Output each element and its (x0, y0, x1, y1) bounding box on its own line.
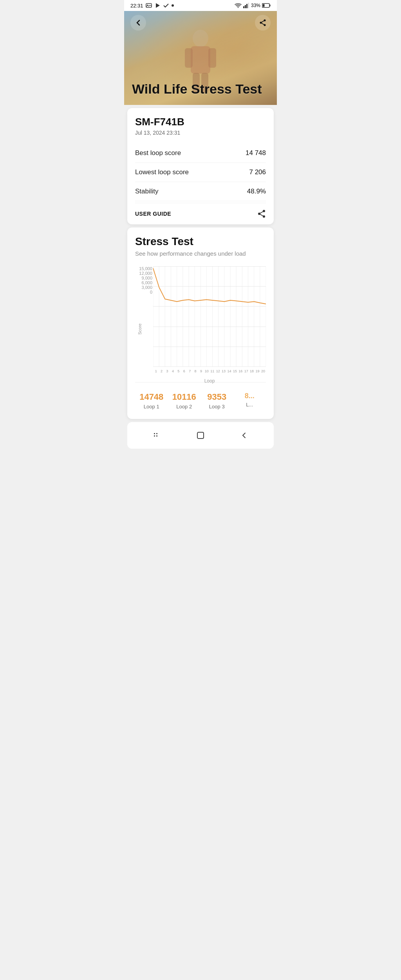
nav-bar (127, 422, 274, 449)
x-label-12: 12 (215, 369, 220, 373)
stress-test-subtitle: See how performance changes under load (135, 250, 266, 257)
svg-rect-8 (270, 5, 271, 7)
y-label-3: 9,000 (141, 276, 152, 280)
x-label-7: 7 (187, 369, 192, 373)
svg-rect-46 (154, 433, 155, 434)
chart-plot-area: 1 2 3 4 5 6 7 8 9 10 11 12 13 14 15 16 1 (153, 266, 266, 376)
x-label-8: 8 (193, 369, 198, 373)
dot-indicator (172, 4, 174, 7)
device-name: SM-F741B (135, 116, 266, 128)
nav-back-button[interactable] (235, 427, 253, 444)
x-label-9: 9 (198, 369, 204, 373)
svg-rect-6 (248, 3, 249, 8)
nav-menu-button[interactable] (148, 427, 166, 444)
battery-icon (262, 3, 271, 8)
x-label-14: 14 (226, 369, 232, 373)
hero-nav (124, 15, 277, 31)
svg-line-25 (259, 214, 264, 217)
y-label-0: 0 (150, 290, 152, 294)
svg-rect-13 (208, 48, 216, 68)
loop-1-label: Loop 1 (144, 404, 159, 410)
loop-3-label: Loop 3 (209, 404, 225, 410)
svg-rect-9 (263, 4, 265, 7)
svg-rect-4 (245, 5, 246, 8)
loop-4-score: 8... (245, 392, 255, 400)
y-label-4: 12,000 (139, 271, 152, 276)
lowest-loop-row: Lowest loop score 7 206 (135, 163, 266, 182)
loop-2-item: 10116 Loop 2 (168, 389, 201, 413)
page-title: Wild Life Stress Test (124, 75, 277, 105)
x-label-18: 18 (249, 369, 255, 373)
stress-test-card: Stress Test See how performance changes … (127, 227, 274, 419)
svg-rect-12 (185, 48, 193, 68)
back-button[interactable] (130, 15, 146, 31)
status-bar: 22:31 (124, 0, 277, 11)
svg-marker-2 (156, 3, 160, 8)
svg-rect-47 (156, 433, 157, 434)
time-display: 22:31 (130, 3, 143, 9)
stress-chart: Score 15,000 12,000 9,000 6,000 3,000 0 (135, 266, 266, 376)
loop-1-score: 14748 (139, 392, 163, 402)
lowest-loop-label: Lowest loop score (135, 168, 189, 176)
x-label-3: 3 (164, 369, 170, 373)
x-label-4: 4 (170, 369, 175, 373)
loop-2-label: Loop 2 (176, 404, 192, 410)
x-axis: 1 2 3 4 5 6 7 8 9 10 11 12 13 14 15 16 1 (153, 366, 266, 376)
best-loop-value: 14 748 (246, 149, 266, 157)
stress-test-title: Stress Test (135, 235, 266, 248)
loop-1-item: 14748 Loop 1 (135, 389, 168, 413)
x-label-20: 20 (260, 369, 266, 373)
check-icon (163, 2, 169, 9)
svg-line-24 (259, 211, 264, 214)
svg-rect-48 (154, 435, 155, 437)
play-icon (154, 2, 161, 9)
stability-value: 48.9% (247, 188, 266, 195)
loop-3-item: 9353 Loop 3 (200, 389, 233, 413)
share-button-hero[interactable] (255, 15, 271, 31)
svg-rect-3 (243, 6, 244, 8)
chart-svg (153, 266, 266, 366)
nav-home-button[interactable] (192, 427, 209, 444)
loop-3-score: 9353 (207, 392, 226, 402)
svg-rect-49 (156, 435, 157, 437)
y-label-2: 6,000 (141, 280, 152, 285)
hero-section: Wild Life Stress Test (124, 11, 277, 105)
x-axis-title: Loop (135, 378, 266, 384)
x-label-16: 16 (238, 369, 243, 373)
x-label-2: 2 (159, 369, 164, 373)
user-guide-label: USER GUIDE (135, 211, 171, 217)
gallery-icon (146, 2, 152, 9)
y-axis: 15,000 12,000 9,000 6,000 3,000 0 (135, 266, 155, 304)
loop-2-score: 10116 (172, 392, 196, 402)
x-label-19: 19 (255, 369, 260, 373)
svg-rect-50 (197, 432, 204, 439)
lowest-loop-value: 7 206 (249, 168, 266, 176)
x-label-13: 13 (221, 369, 226, 373)
y-axis-title: Score (137, 323, 142, 335)
user-guide-row[interactable]: USER GUIDE (135, 203, 266, 218)
stability-row: Stability 48.9% (135, 182, 266, 201)
x-label-5: 5 (176, 369, 181, 373)
battery-text: 33% (251, 3, 260, 8)
device-date: Jul 13, 2024 23:31 (135, 130, 266, 136)
status-right: 33% (235, 3, 271, 8)
loop-4-item: 8... L... (233, 389, 266, 413)
svg-line-19 (261, 20, 265, 23)
loop-scores-row: 14748 Loop 1 10116 Loop 2 9353 Loop 3 8.… (135, 382, 266, 419)
svg-rect-5 (246, 4, 247, 8)
x-label-17: 17 (244, 369, 249, 373)
stability-label: Stability (135, 188, 159, 195)
best-loop-label: Best loop score (135, 149, 181, 157)
share-icon[interactable] (257, 209, 266, 218)
y-label-1: 3,000 (141, 285, 152, 290)
x-label-15: 15 (232, 369, 238, 373)
svg-rect-11 (191, 46, 210, 74)
signal-icon (243, 3, 249, 8)
x-label-11: 11 (210, 369, 215, 373)
svg-point-10 (193, 30, 208, 47)
wifi-icon (235, 3, 242, 8)
svg-line-20 (261, 23, 265, 25)
x-label-6: 6 (181, 369, 187, 373)
x-label-10: 10 (204, 369, 210, 373)
best-loop-row: Best loop score 14 748 (135, 144, 266, 163)
